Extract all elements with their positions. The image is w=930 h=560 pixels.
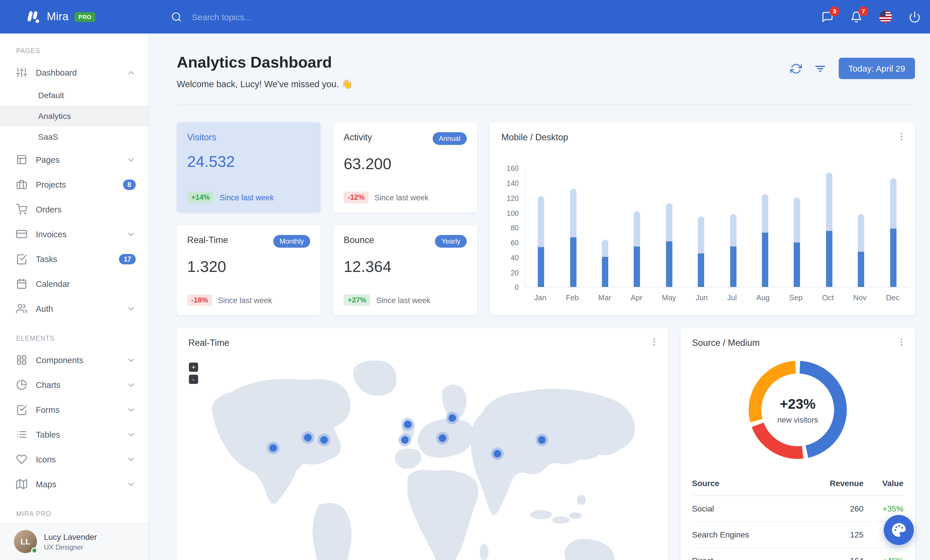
shopping-cart-icon xyxy=(16,204,27,215)
col-revenue: Revenue xyxy=(800,473,863,496)
bar-segment-light xyxy=(730,214,736,246)
sidebar-item-charts[interactable]: Charts xyxy=(0,372,148,397)
sidebar-item-forms[interactable]: Forms xyxy=(0,397,148,422)
bar-jul xyxy=(730,169,736,287)
sidebar-item-projects[interactable]: Projects 8 xyxy=(0,172,148,197)
chevron-down-icon xyxy=(126,355,136,365)
sidebar-item-components[interactable]: Components xyxy=(0,348,148,372)
source-table-header: Source Revenue Value xyxy=(692,473,904,496)
brand[interactable]: Mira PRO xyxy=(0,9,149,25)
visitors-value: 24.532 xyxy=(187,153,310,171)
kebab-menu-icon[interactable] xyxy=(896,338,906,347)
zoom-out-button[interactable]: - xyxy=(189,375,198,384)
chevron-down-icon xyxy=(126,405,136,414)
bar-may xyxy=(666,169,672,287)
bar-jan xyxy=(538,169,544,287)
pro-badge: PRO xyxy=(74,12,95,21)
bar-segment-dark xyxy=(634,246,640,287)
sidebar-item-maps[interactable]: Maps xyxy=(0,472,148,497)
sidebar-item-saas[interactable]: SaaS xyxy=(0,126,148,147)
filter-button[interactable] xyxy=(814,63,826,74)
refresh-button[interactable] xyxy=(790,63,801,74)
sidebar-user[interactable]: LL Lucy Lavender UX Designer xyxy=(0,524,148,560)
chart-title: Mobile / Desktop xyxy=(501,132,568,142)
chevron-down-icon xyxy=(126,430,136,439)
chevron-down-icon xyxy=(126,304,136,313)
bounce-caption: Since last week xyxy=(376,296,431,305)
sidebar-item-invoices[interactable]: Invoices xyxy=(0,222,148,247)
donut-center-label: +23% xyxy=(780,396,816,412)
notifications-badge: 7 xyxy=(858,6,868,16)
sidebar-item-orders[interactable]: Orders xyxy=(0,197,148,222)
bar-segment-light xyxy=(666,203,672,241)
sidebar-item-default[interactable]: Default xyxy=(0,85,148,106)
messages-badge: 3 xyxy=(830,6,839,16)
activity-value: 63.200 xyxy=(344,156,467,173)
kebab-menu-icon[interactable] xyxy=(896,132,906,142)
search-icon xyxy=(171,11,182,22)
revenue-cell: 125 xyxy=(800,522,863,548)
sidebar-label-orders: Orders xyxy=(36,205,136,214)
bar-plot xyxy=(525,169,909,288)
sidebar-item-tables[interactable]: Tables xyxy=(0,422,148,447)
visitors-card[interactable]: Visitors 24.532 +14% Since last week xyxy=(177,123,320,213)
realtime-period-pill[interactable]: Monthly xyxy=(273,235,310,248)
y-axis-tick: 160 xyxy=(507,165,519,173)
palette-icon xyxy=(890,521,907,539)
theme-settings-fab[interactable] xyxy=(884,515,914,545)
sidebar-section-elements: ELEMENTS xyxy=(0,321,148,348)
sidebar-item-pages[interactable]: Pages xyxy=(0,147,148,172)
date-button[interactable]: Today: April 29 xyxy=(838,58,915,79)
realtime-delta: -18% xyxy=(187,295,212,306)
donut-wrap: +23% new visitors xyxy=(692,361,904,459)
realtime-value: 1.320 xyxy=(187,258,310,276)
map-marker xyxy=(448,414,456,422)
calendar-icon xyxy=(16,278,27,289)
user-role: UX Designer xyxy=(44,543,97,551)
page-title: Analytics Dashboard xyxy=(177,53,353,72)
bar-segment-light xyxy=(570,189,576,237)
messages-button[interactable]: 3 xyxy=(821,11,833,23)
sidebar-item-dashboard[interactable]: Dashboard xyxy=(0,60,148,85)
sidebar: PAGES Dashboard Default Analytics SaaS P… xyxy=(0,34,149,560)
activity-period-pill[interactable]: Annual xyxy=(433,132,467,145)
revenue-cell: 260 xyxy=(800,496,863,522)
bounce-title: Bounce xyxy=(344,235,374,245)
pie-chart-icon xyxy=(16,379,27,390)
map-marker xyxy=(304,434,312,441)
notifications-button[interactable]: 7 xyxy=(850,11,862,23)
source-medium-title: Source / Medium xyxy=(692,338,760,348)
bar-segment-dark xyxy=(730,246,736,287)
activity-card: Activity Annual 63.200 -12% Since last w… xyxy=(333,123,477,213)
online-status-dot xyxy=(31,547,37,554)
bar-segment-light xyxy=(634,211,640,246)
bar-apr xyxy=(634,169,640,287)
bar-oct xyxy=(826,169,832,287)
x-axis-tick: Feb xyxy=(566,293,579,302)
zoom-in-button[interactable]: + xyxy=(189,363,198,372)
brand-name: Mira xyxy=(47,11,69,23)
briefcase-icon xyxy=(16,179,27,190)
navbar-icons: 3 7 xyxy=(821,11,930,23)
activity-caption: Since last week xyxy=(374,193,429,202)
sidebar-item-icons[interactable]: Icons xyxy=(0,447,148,472)
bounce-card: Bounce Yearly 12.364 +27% Since last wee… xyxy=(333,226,477,316)
map-marker xyxy=(439,435,446,442)
bounce-period-pill[interactable]: Yearly xyxy=(435,235,467,248)
sidebar-item-calendar[interactable]: Calendar xyxy=(0,272,148,296)
donut-center-sublabel: new visitors xyxy=(777,416,818,424)
language-button[interactable] xyxy=(879,11,892,23)
logout-button[interactable] xyxy=(908,11,921,23)
x-axis-tick: Oct xyxy=(822,293,833,302)
sidebar-label-projects: Projects xyxy=(36,180,114,189)
search-input[interactable] xyxy=(191,11,364,22)
sidebar-item-auth[interactable]: Auth xyxy=(0,296,148,321)
sidebar-item-analytics[interactable]: Analytics xyxy=(0,106,148,126)
top-navbar: Mira PRO 3 7 xyxy=(0,0,930,34)
sidebar-item-tasks[interactable]: Tasks 17 xyxy=(0,247,148,272)
bar-segment-light xyxy=(890,179,896,229)
realtime-card: Real-Time Monthly 1.320 -18% Since last … xyxy=(177,226,320,316)
check-square-icon xyxy=(16,404,27,415)
bar-segment-light xyxy=(762,194,768,233)
lower-grid: Real-Time xyxy=(177,328,915,560)
